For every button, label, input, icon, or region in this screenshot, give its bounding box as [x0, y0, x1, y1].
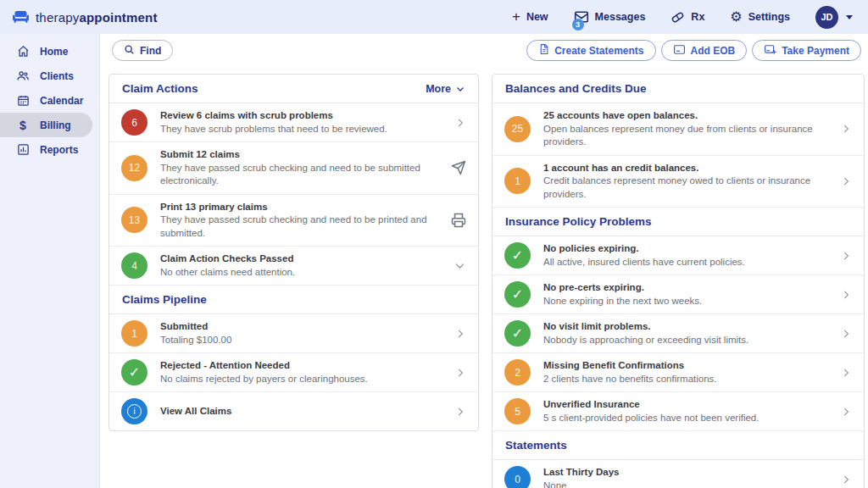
row-title: Print 13 primary claims — [160, 201, 442, 214]
insurance-rows: ✓ No policies expiring. All active, insu… — [492, 236, 864, 431]
envelope-icon: 3 — [574, 10, 589, 24]
row-title: Rejected - Attention Needed — [160, 359, 446, 373]
couch-icon — [12, 10, 30, 24]
list-item[interactable]: i View All Claims — [109, 392, 478, 430]
chevron-right-icon[interactable] — [454, 117, 466, 129]
main-content: Find Create Statements Add EOB — [100, 34, 868, 488]
sidebar-item-label: Calendar — [40, 95, 83, 107]
list-item[interactable]: ✓ No visit limit problems. Nobody is app… — [492, 314, 864, 353]
list-item[interactable]: 13 Print 13 primary claims They have pas… — [109, 195, 478, 247]
top-navbar: therapyappointment + New 3 Messages — [0, 0, 868, 34]
row-title: View All Claims — [160, 405, 446, 419]
card-plus-icon — [764, 44, 776, 58]
row-title: Missing Benefit Confirmations — [543, 359, 832, 373]
row-title: 25 accounts have open balances. — [543, 109, 832, 123]
insurance-problems-title: Insurance Policy Problems — [492, 208, 864, 236]
row-title: No policies expiring. — [543, 242, 832, 256]
sidebar-item-label: Home — [40, 46, 68, 58]
list-item[interactable]: ✓ No pre-certs expiring. None expiring i… — [492, 275, 864, 314]
row-subtitle: Open balances represent money due from c… — [543, 123, 832, 149]
list-item[interactable]: 2 Missing Benefit Confirmations 2 client… — [492, 353, 864, 392]
info-icon: i — [121, 398, 147, 424]
row-subtitle: None — [543, 480, 832, 488]
take-payment-button[interactable]: Take Payment — [752, 40, 861, 61]
new-label: New — [526, 11, 548, 23]
sidebar-item-calendar[interactable]: Calendar — [0, 88, 99, 113]
find-label: Find — [140, 45, 161, 57]
brand-name: therapyappointment — [36, 10, 158, 25]
list-item[interactable]: 6 Review 6 claims with scrub problems Th… — [109, 103, 478, 142]
sidebar: Home Clients Calendar $ Billing Reports — [0, 34, 100, 488]
chevron-right-icon[interactable] — [840, 406, 852, 418]
row-title: Last Thirty Days — [543, 466, 832, 480]
chevron-down-icon — [455, 84, 465, 94]
list-item[interactable]: 0 Last Thirty Days None — [492, 460, 864, 488]
sidebar-item-label: Billing — [40, 119, 71, 131]
rx-label: Rx — [691, 11, 704, 23]
chevron-right-icon[interactable] — [840, 367, 852, 379]
find-button[interactable]: Find — [112, 40, 173, 61]
create-statements-button[interactable]: Create Statements — [526, 40, 655, 61]
chevron-right-icon[interactable] — [840, 474, 852, 485]
calendar-icon — [16, 94, 30, 107]
sidebar-item-clients[interactable]: Clients — [0, 64, 99, 88]
list-item[interactable]: 1 Submitted Totaling $100.00 — [109, 314, 478, 353]
card-icon — [673, 44, 686, 58]
balances-rows: 25 25 accounts have open balances. Open … — [492, 103, 864, 208]
sidebar-item-reports[interactable]: Reports — [0, 137, 99, 162]
document-icon — [538, 43, 549, 58]
row-subtitle: 5 s client-provided policies have not be… — [543, 412, 832, 425]
list-item[interactable]: 4 Claim Action Checks Passed No other cl… — [109, 247, 478, 286]
check-icon: ✓ — [121, 359, 147, 385]
avatar[interactable]: JD — [815, 6, 838, 29]
statements-rows: 0 Last Thirty Days None — [492, 460, 864, 488]
pill-icon — [670, 10, 685, 25]
row-subtitle: No claims rejected by payers or clearing… — [160, 373, 446, 386]
list-item[interactable]: 5 Unverified Insurance 5 s client-provid… — [492, 392, 864, 431]
chevron-down-icon[interactable] — [453, 259, 466, 272]
row-subtitle: Credit balances represent money owed to … — [543, 175, 832, 201]
add-eob-label: Add EOB — [691, 45, 736, 57]
claims-pipeline-title: Claims Pipeline — [109, 286, 478, 314]
create-statements-label: Create Statements — [554, 45, 643, 57]
list-item[interactable]: ✓ No policies expiring. All active, insu… — [492, 236, 864, 275]
chevron-down-icon[interactable] — [846, 15, 853, 19]
chevron-right-icon[interactable] — [454, 367, 466, 379]
chevron-right-icon[interactable] — [840, 175, 852, 187]
claim-actions-card: Claim Actions More 6 Review 6 claims wit… — [108, 74, 479, 431]
reports-icon — [16, 143, 30, 156]
list-item[interactable]: 12 Submit 12 claims They have passed scr… — [109, 142, 478, 195]
more-dropdown[interactable]: More — [426, 83, 465, 95]
chevron-right-icon[interactable] — [840, 289, 852, 301]
new-button[interactable]: + New — [512, 11, 548, 24]
claim-actions-title: Claim Actions — [122, 82, 198, 95]
brand-logo[interactable]: therapyappointment — [12, 10, 158, 25]
row-title: 1 account has an credit balances. — [543, 162, 832, 175]
sidebar-item-home[interactable]: Home — [0, 39, 99, 64]
row-badge: 1 — [121, 320, 147, 347]
chevron-right-icon[interactable] — [454, 406, 466, 418]
row-badge: 0 — [504, 466, 531, 488]
print-icon[interactable] — [451, 213, 466, 228]
row-title: No pre-certs expiring. — [543, 281, 832, 295]
row-title: No visit limit problems. — [543, 320, 832, 334]
sidebar-item-label: Clients — [40, 70, 74, 82]
list-item[interactable]: 1 1 account has an credit balances. Cred… — [492, 156, 864, 208]
row-badge: 12 — [121, 155, 147, 181]
row-badge: 25 — [504, 116, 531, 142]
chevron-right-icon[interactable] — [840, 123, 852, 135]
chevron-right-icon[interactable] — [454, 328, 466, 340]
messages-button[interactable]: 3 Messages — [574, 10, 646, 24]
check-icon: ✓ — [504, 281, 531, 308]
send-icon[interactable] — [451, 160, 466, 175]
list-item[interactable]: 25 25 accounts have open balances. Open … — [492, 103, 864, 156]
chevron-right-icon[interactable] — [840, 328, 852, 340]
row-badge: 13 — [121, 207, 147, 233]
settings-button[interactable]: ⚙ Settings — [730, 10, 790, 24]
list-item[interactable]: ✓ Rejected - Attention Needed No claims … — [109, 353, 478, 392]
sidebar-item-billing[interactable]: $ Billing — [0, 113, 92, 137]
chevron-right-icon[interactable] — [840, 250, 852, 262]
rx-button[interactable]: Rx — [670, 10, 704, 25]
add-eob-button[interactable]: Add EOB — [661, 40, 748, 61]
row-subtitle: They have passed scrub checking and need… — [160, 162, 442, 188]
